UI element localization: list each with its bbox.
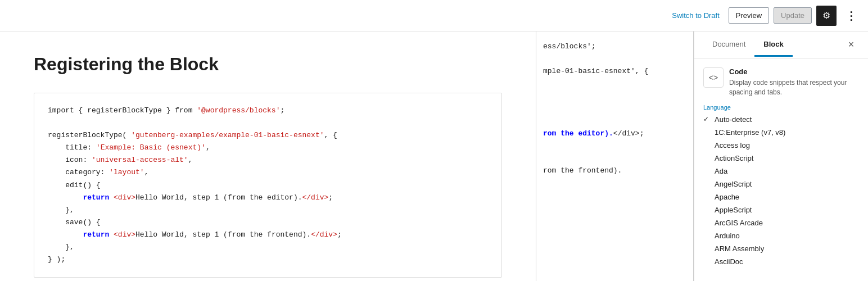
language-option-apache[interactable]: Apache bbox=[703, 191, 859, 203]
code-block[interactable]: import { registerBlockType } from '@word… bbox=[34, 93, 502, 278]
language-option-ada[interactable]: Ada bbox=[703, 165, 859, 178]
language-option-actionscript[interactable]: ActionScript bbox=[703, 152, 859, 165]
secondary-blank-2 bbox=[543, 78, 686, 90]
language-option-arm-assembly[interactable]: ARM Assembly bbox=[703, 242, 859, 255]
code-line-12: }, bbox=[48, 241, 488, 253]
code-line-11: return <div>Hello World, step 1 (from th… bbox=[48, 229, 488, 241]
secondary-blank-3 bbox=[543, 90, 686, 102]
toolbar: Switch to Draft Preview Update ⚙ ⋮ bbox=[0, 0, 868, 31]
secondary-line-8: rom the editor).</div>; bbox=[543, 128, 686, 140]
tab-document[interactable]: Document bbox=[703, 33, 754, 57]
block-meta: Code Display code snippets that respect … bbox=[729, 67, 859, 97]
secondary-blank-7 bbox=[543, 152, 686, 165]
code-line-1: import { registerBlockType } from '@word… bbox=[48, 105, 488, 117]
code-line-7: edit() { bbox=[48, 179, 488, 192]
sidebar: Document Block × <> Code Display code sn… bbox=[694, 31, 868, 281]
sidebar-content: <> Code Display code snippets that respe… bbox=[694, 58, 868, 281]
language-list: Auto-detect 1C:Enterprise (v7, v8) Acces… bbox=[703, 113, 859, 268]
sidebar-header: Document Block × bbox=[694, 31, 868, 58]
gear-icon: ⚙ bbox=[822, 10, 830, 21]
settings-button[interactable]: ⚙ bbox=[816, 6, 837, 26]
block-title: Code bbox=[729, 67, 859, 76]
page-title: Registering the Block bbox=[34, 54, 502, 75]
language-option-arduino[interactable]: Arduino bbox=[703, 229, 859, 242]
close-sidebar-button[interactable]: × bbox=[843, 37, 859, 53]
block-description: Display code snippets that respect your … bbox=[729, 78, 859, 97]
language-option-asciidoc[interactable]: AsciiDoc bbox=[703, 255, 859, 268]
block-info: <> Code Display code snippets that respe… bbox=[703, 67, 859, 97]
update-button[interactable]: Update bbox=[774, 7, 812, 24]
language-label: Language bbox=[703, 104, 859, 111]
code-blank-1 bbox=[48, 117, 488, 129]
code-line-10: save() { bbox=[48, 216, 488, 229]
language-option-1c-enterprise[interactable]: 1C:Enterprise (v7, v8) bbox=[703, 126, 859, 139]
switch-to-draft-button[interactable]: Switch to Draft bbox=[667, 8, 724, 23]
code-line-13: } ); bbox=[48, 253, 488, 266]
language-option-angelscript[interactable]: AngelScript bbox=[703, 178, 859, 191]
tab-block[interactable]: Block bbox=[754, 33, 792, 57]
language-option-access-log[interactable]: Access log bbox=[703, 139, 859, 152]
secondary-blank-4 bbox=[543, 102, 686, 115]
main-area: Registering the Block import { registerB… bbox=[0, 31, 868, 281]
more-options-button[interactable]: ⋮ bbox=[841, 6, 861, 26]
code-line-3: registerBlockType( 'gutenberg-examples/e… bbox=[48, 129, 488, 142]
secondary-blank-1 bbox=[543, 53, 686, 65]
code-line-8: return <div>Hello World, step 1 (from th… bbox=[48, 192, 488, 204]
language-option-arcgis-arcade[interactable]: ArcGIS Arcade bbox=[703, 216, 859, 229]
secondary-line-1: ess/blocks'; bbox=[543, 40, 686, 53]
preview-button[interactable]: Preview bbox=[729, 7, 769, 24]
secondary-line-3: mple-01-basic-esnext', { bbox=[543, 65, 686, 78]
secondary-blank-5 bbox=[543, 115, 686, 128]
language-option-auto-detect[interactable]: Auto-detect bbox=[703, 113, 859, 126]
language-option-applescript[interactable]: AppleScript bbox=[703, 203, 859, 216]
code-line-4: title: 'Example: Basic (esnext)', bbox=[48, 142, 488, 154]
code-icon: <> bbox=[709, 73, 718, 82]
secondary-line-11: rom the frontend). bbox=[543, 165, 686, 177]
code-line-6: category: 'layout', bbox=[48, 166, 488, 179]
secondary-blank-6 bbox=[543, 140, 686, 152]
editor-pane: Registering the Block import { registerB… bbox=[0, 31, 536, 281]
code-line-9: }, bbox=[48, 204, 488, 216]
code-block-icon: <> bbox=[703, 67, 724, 88]
code-line-5: icon: 'universal-access-alt', bbox=[48, 154, 488, 166]
more-icon: ⋮ bbox=[846, 9, 857, 22]
secondary-code-panel: ess/blocks'; mple-01-basic-esnext', { ro… bbox=[536, 31, 694, 281]
